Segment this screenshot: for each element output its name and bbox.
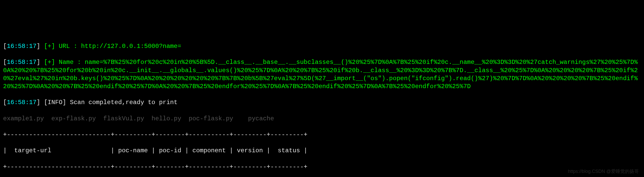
timestamp: 16:58:17 (7, 43, 36, 50)
marker-plus: [+] (40, 43, 59, 50)
table-header: | target-url | poc-name | poc-id | compo… (3, 147, 641, 155)
marker-plus: [+] (40, 59, 59, 66)
log-line-info: [16:58:17] [INFO] Scan completed,ready t… (3, 98, 641, 106)
log-line-name: [16:58:17] [+] Name : name=%7B%25%20for%… (3, 58, 641, 90)
table-border: +----------------------------+----------… (3, 131, 641, 139)
timestamp: 16:58:17 (7, 59, 36, 66)
log-payload: Name : name=%7B%25%20for%20c%20in%20%5B%… (3, 59, 638, 90)
watermark: https://blog.CSDN @爱睡觉的扬哥 (568, 168, 639, 174)
table-border: +----------------------------+----------… (3, 163, 641, 171)
timestamp: 16:58:17 (7, 99, 36, 106)
log-text: Scan completed,ready to print (70, 99, 178, 106)
log-line-url: [16:58:17] [+] URL : http://127.0.0.1:50… (3, 42, 641, 50)
bg-text: example1.py exp-flask.py flaskVul.py hel… (3, 115, 641, 123)
log-text: URL : http://127.0.0.1:5000?name= (59, 43, 181, 50)
marker-info: [INFO] (40, 99, 70, 106)
terminal-output: [16:58:17] [+] URL : http://127.0.0.1:50… (0, 32, 644, 177)
